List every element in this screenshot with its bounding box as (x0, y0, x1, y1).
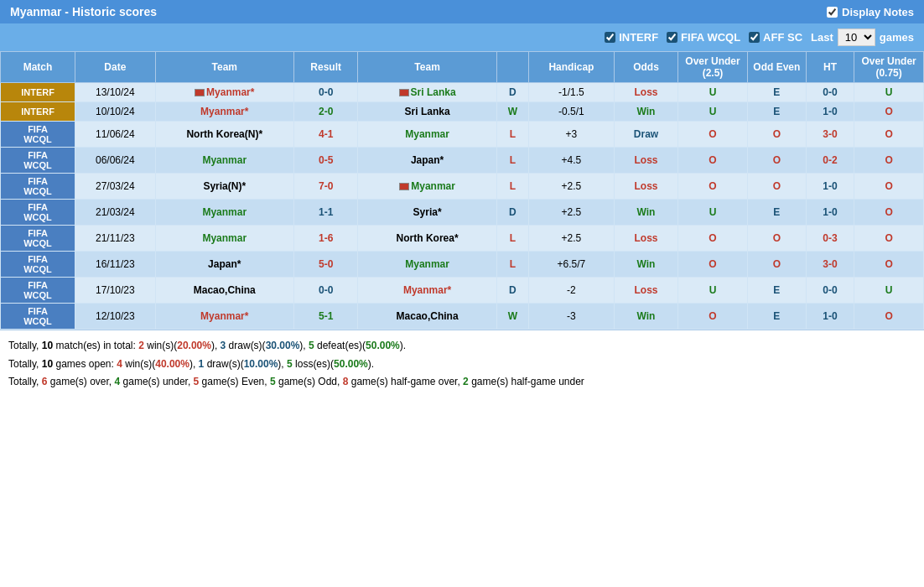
ou25: U (678, 278, 748, 304)
match-type: INTERF (1, 83, 75, 102)
odds: Loss (614, 174, 677, 200)
fifa-wcql-label: FIFA WCQL (681, 31, 740, 44)
games-over: 6 (42, 376, 48, 387)
fifa-wcql-filter[interactable]: FIFA WCQL (667, 31, 740, 44)
col-ht: HT (806, 52, 854, 83)
date: 13/10/24 (75, 83, 155, 102)
ou075: O (854, 122, 924, 148)
games-even: 5 (194, 376, 200, 387)
page-title: Myanmar - Historic scores (10, 5, 157, 18)
table-row: FIFA WCQL 11/06/24 North Korea(N)* 4-1 M… (1, 122, 924, 148)
aff-sc-checkbox[interactable] (749, 32, 760, 43)
team2: Japan* (358, 148, 496, 174)
table-row: FIFA WCQL 21/03/24 Myanmar 1-1 Syria* D … (1, 200, 924, 226)
main-container: Myanmar - Historic scores Display Notes … (0, 0, 924, 398)
filter-row: INTERF FIFA WCQL AFF SC Last 10 5 20 gam… (0, 23, 924, 51)
date: 11/06/24 (75, 122, 155, 148)
team1: Myanmar* (155, 102, 293, 122)
match-type: FIFA WCQL (1, 226, 75, 252)
result: 0-0 (294, 278, 358, 304)
col-oe: Odd Even (747, 52, 806, 83)
display-notes-control[interactable]: Display Notes (827, 6, 914, 18)
wdl: L (496, 174, 528, 200)
team2: Sri Lanka (358, 102, 496, 122)
fifa-wcql-checkbox[interactable] (667, 32, 677, 43)
team2: Myanmar* (358, 278, 496, 304)
ht-score: 0-3 (806, 226, 854, 252)
odds: Draw (614, 122, 677, 148)
games-under: 4 (115, 376, 121, 387)
ht-score: 0-0 (806, 83, 854, 102)
team1: Myanmar (155, 148, 293, 174)
odds: Loss (614, 278, 677, 304)
handicap: +2.5 (528, 226, 614, 252)
team2: Myanmar (358, 252, 496, 278)
summary-line1: Totally, 10 match(es) in total: 2 win(s)… (8, 337, 916, 356)
odds: Loss (614, 148, 677, 174)
date: 16/11/23 (75, 252, 155, 278)
match-type: FIFA WCQL (1, 304, 75, 330)
odd-even: O (747, 174, 806, 200)
wdl: L (496, 226, 528, 252)
match-type: FIFA WCQL (1, 174, 75, 200)
ht-score: 1-0 (806, 200, 854, 226)
ou25: U (678, 83, 748, 102)
handicap: -2 (528, 278, 614, 304)
result: 1-6 (294, 226, 358, 252)
ou075: U (854, 278, 924, 304)
last-label: Last (811, 31, 833, 44)
table-row: FIFA WCQL 16/11/23 Japan* 5-0 Myanmar L … (1, 252, 924, 278)
total-open: 10 (42, 358, 53, 370)
header: Myanmar - Historic scores Display Notes (0, 0, 924, 23)
aff-sc-label: AFF SC (763, 31, 802, 44)
interf-checkbox[interactable] (605, 32, 615, 43)
scores-table: Match Date Team Result Team Handicap Odd… (0, 51, 924, 330)
match-type: FIFA WCQL (1, 148, 75, 174)
games-select[interactable]: 10 5 20 (838, 29, 875, 46)
aff-sc-filter[interactable]: AFF SC (749, 31, 802, 44)
table-row: FIFA WCQL 21/11/23 Myanmar 1-6 North Kor… (1, 226, 924, 252)
match-type: FIFA WCQL (1, 200, 75, 226)
col-handicap: Handicap (528, 52, 614, 83)
open-wins-pct: 40.00% (155, 358, 189, 370)
hg-over: 8 (343, 376, 349, 387)
interf-filter[interactable]: INTERF (605, 31, 658, 44)
open-draws-pct: 10.00% (244, 358, 278, 370)
col-odds: Odds (614, 52, 677, 83)
date: 12/10/23 (75, 304, 155, 330)
team2: Myanmar (358, 174, 496, 200)
handicap: -1/1.5 (528, 83, 614, 102)
odds: Win (614, 200, 677, 226)
odd-even: E (747, 102, 806, 122)
display-notes-label: Display Notes (842, 6, 914, 18)
date: 10/10/24 (75, 102, 155, 122)
odd-even: O (747, 226, 806, 252)
wins-count: 2 (138, 340, 144, 351)
col-team2: Team (358, 52, 496, 83)
team1: Myanmar* (155, 83, 293, 102)
col-ou25: Over Under (2.5) (678, 52, 748, 83)
match-type: FIFA WCQL (1, 122, 75, 148)
team1: Japan* (155, 252, 293, 278)
table-row: FIFA WCQL 12/10/23 Myanmar* 5-1 Macao,Ch… (1, 304, 924, 330)
handicap: -0.5/1 (528, 102, 614, 122)
match-type: INTERF (1, 102, 75, 122)
col-ou075: Over Under (0.75) (854, 52, 924, 83)
defeats-count: 5 (309, 340, 314, 351)
col-date: Date (75, 52, 155, 83)
wdl: D (496, 278, 528, 304)
team1: Myanmar (155, 226, 293, 252)
team2: Sri Lanka (358, 83, 496, 102)
ht-score: 1-0 (806, 174, 854, 200)
result: 2-0 (294, 102, 358, 122)
result: 1-1 (294, 200, 358, 226)
team1: North Korea(N)* (155, 122, 293, 148)
col-match: Match (1, 52, 75, 83)
summary-line3: Totally, 6 game(s) over, 4 game(s) under… (8, 373, 916, 392)
display-notes-checkbox[interactable] (827, 7, 838, 18)
ou075: O (854, 252, 924, 278)
handicap: +2.5 (528, 174, 614, 200)
wdl: D (496, 83, 528, 102)
table-row: FIFA WCQL 17/10/23 Macao,China 0-0 Myanm… (1, 278, 924, 304)
open-wins: 4 (117, 358, 122, 370)
